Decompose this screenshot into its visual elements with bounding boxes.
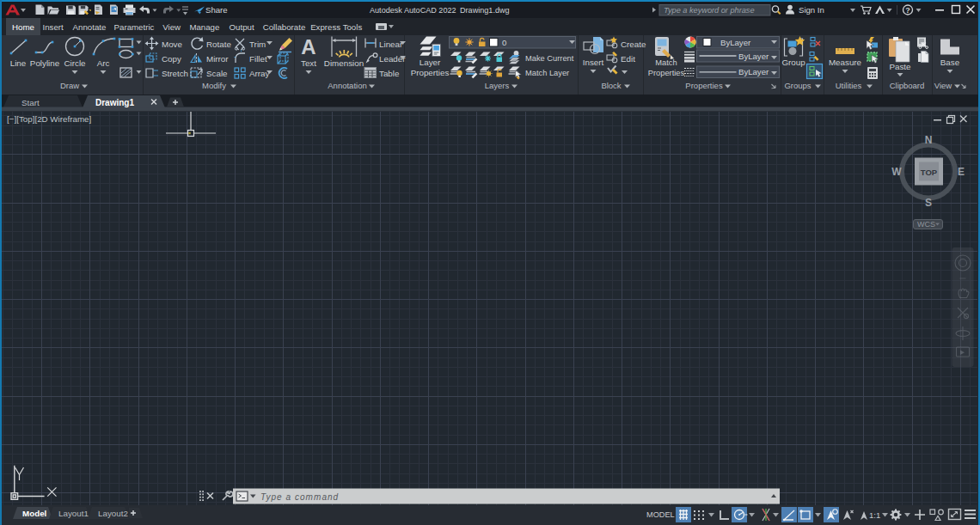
svg-text:Scale: Scale <box>206 69 228 78</box>
svg-text:ByLayer: ByLayer <box>720 38 751 47</box>
svg-text:N: N <box>925 134 933 146</box>
svg-text:Layer: Layer <box>420 58 441 67</box>
svg-text:Collaborate: Collaborate <box>263 22 306 32</box>
svg-text:E: E <box>958 166 965 178</box>
svg-text:Rotate: Rotate <box>206 40 231 49</box>
svg-text:Express Tools: Express Tools <box>310 22 362 32</box>
svg-text:MODEL: MODEL <box>646 510 675 519</box>
svg-text:Share: Share <box>205 5 228 15</box>
svg-text:ByLayer: ByLayer <box>738 52 769 61</box>
svg-text:Paste: Paste <box>889 62 911 71</box>
svg-text:Move: Move <box>162 40 183 49</box>
svg-text:Stretch: Stretch <box>162 69 188 78</box>
svg-text:Insert: Insert <box>42 22 64 32</box>
svg-text:[−][Top][2D Wireframe]: [−][Top][2D Wireframe] <box>7 114 92 124</box>
svg-text:Home: Home <box>12 22 34 32</box>
svg-text:Dimension: Dimension <box>324 58 364 68</box>
svg-text:WCS: WCS <box>917 220 935 229</box>
svg-text:Linear: Linear <box>379 40 403 49</box>
svg-text:Edit: Edit <box>621 54 635 64</box>
svg-text:Manage: Manage <box>189 22 219 32</box>
svg-text:Model: Model <box>22 509 47 518</box>
svg-text:Leader: Leader <box>379 54 406 64</box>
svg-text:Clipboard: Clipboard <box>890 81 925 90</box>
svg-text:?: ? <box>905 6 910 15</box>
svg-text:Group: Group <box>781 58 805 67</box>
svg-text:Mirror: Mirror <box>206 54 229 64</box>
svg-text:View: View <box>934 81 952 90</box>
svg-text:Type a command: Type a command <box>260 492 339 502</box>
svg-text:Match Layer: Match Layer <box>525 69 569 77</box>
svg-text:Block: Block <box>601 81 621 90</box>
svg-text:Properties: Properties <box>685 81 723 90</box>
svg-text:Base: Base <box>940 58 960 67</box>
svg-text:Sign In: Sign In <box>799 5 824 15</box>
svg-text:Table: Table <box>379 69 400 78</box>
svg-text:Properties: Properties <box>648 69 685 77</box>
svg-text:Fillet: Fillet <box>249 54 267 64</box>
svg-text:S: S <box>925 197 932 209</box>
svg-text:0: 0 <box>502 38 506 47</box>
svg-text:Match: Match <box>655 58 677 67</box>
svg-text:Autodesk AutoCAD 2022: Autodesk AutoCAD 2022 <box>370 6 456 15</box>
svg-text:Layers: Layers <box>485 81 510 90</box>
svg-text:Drawing1: Drawing1 <box>95 98 134 107</box>
svg-text:Arc: Arc <box>97 58 110 68</box>
svg-text:Properties: Properties <box>411 68 450 77</box>
svg-text:ByLayer: ByLayer <box>738 67 769 76</box>
svg-text:A: A <box>301 35 315 58</box>
svg-text:Make Current: Make Current <box>525 54 574 63</box>
svg-text:1:1: 1:1 <box>869 510 880 520</box>
svg-text:Array: Array <box>249 69 270 78</box>
svg-text:Start: Start <box>21 98 40 107</box>
svg-text:Line: Line <box>10 58 27 68</box>
svg-text:Groups: Groups <box>784 81 811 90</box>
svg-text:Layout2: Layout2 <box>98 509 128 518</box>
svg-text:Create: Create <box>621 40 646 49</box>
svg-text:TOP: TOP <box>921 168 938 177</box>
svg-text:Annotation: Annotation <box>328 81 366 90</box>
svg-text:Draw: Draw <box>60 81 79 90</box>
svg-text:Layout1: Layout1 <box>58 509 89 518</box>
svg-text:Output: Output <box>230 22 254 32</box>
svg-text:Utilities: Utilities <box>836 81 862 90</box>
svg-text:Drawing1.dwg: Drawing1.dwg <box>460 6 510 15</box>
svg-text:Insert: Insert <box>583 58 604 67</box>
svg-text:Copy: Copy <box>162 54 181 64</box>
svg-text:Measure: Measure <box>829 58 862 67</box>
svg-text:W: W <box>891 166 902 178</box>
svg-text:View: View <box>162 22 181 32</box>
svg-text:Text: Text <box>301 58 316 68</box>
svg-text:Modify: Modify <box>202 81 226 90</box>
svg-text:Circle: Circle <box>64 58 86 68</box>
svg-text:Annotate: Annotate <box>73 22 107 32</box>
svg-text:Polyline: Polyline <box>30 58 60 68</box>
svg-text:Type a keyword or phrase: Type a keyword or phrase <box>664 6 755 15</box>
svg-text:Parametric: Parametric <box>114 22 155 32</box>
svg-text:Trim: Trim <box>249 40 266 49</box>
